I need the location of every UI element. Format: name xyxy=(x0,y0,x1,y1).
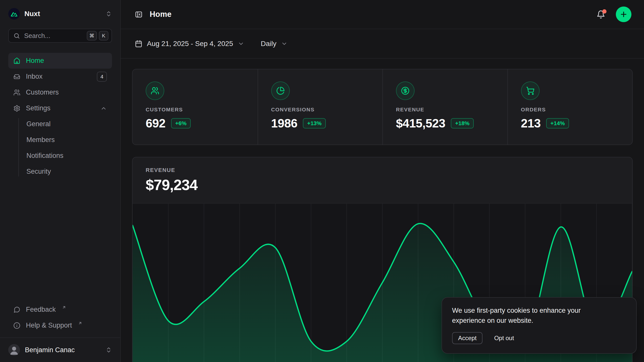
granularity-label: Daily xyxy=(261,40,276,48)
sidebar-item-help-support[interactable]: Help & Support xyxy=(8,318,112,333)
sidebar-item-inbox[interactable]: Inbox 4 xyxy=(8,69,112,84)
speech-bubble-icon xyxy=(13,306,20,313)
sidebar-item-customers[interactable]: Customers xyxy=(8,84,112,100)
user-menu[interactable]: Benjamin Canac xyxy=(0,337,120,362)
chevron-down-icon xyxy=(238,40,244,47)
sidebar-item-notifications[interactable]: Notifications xyxy=(8,148,112,164)
cookie-message: We use first-party cookies to enhance yo… xyxy=(452,306,616,326)
settings-subnav: General Members Notifications Security xyxy=(8,116,112,179)
sidebar-item-security[interactable]: Security xyxy=(8,164,112,179)
sidebar-item-feedback[interactable]: Feedback xyxy=(8,302,112,318)
stat-label: ORDERS xyxy=(521,107,546,113)
chevrons-up-down-icon xyxy=(105,11,112,17)
notifications-button[interactable] xyxy=(596,10,605,19)
external-link-icon xyxy=(62,305,66,309)
stat-delta-badge: +6% xyxy=(171,118,191,128)
users-icon xyxy=(146,81,164,100)
stat-value: $415,523 xyxy=(396,116,445,130)
sidebar-item-label: Home xyxy=(26,57,44,65)
home-icon xyxy=(13,57,20,64)
circle-dollar-icon xyxy=(396,81,415,100)
date-range-label: Aug 21, 2025 - Sep 4, 2025 xyxy=(147,40,233,48)
gear-icon xyxy=(13,105,20,112)
plus-icon xyxy=(620,10,628,18)
topbar: Home xyxy=(121,0,644,29)
search-icon xyxy=(13,32,20,39)
sidebar-nav: Home Inbox 4 Customers Settings xyxy=(8,53,112,179)
kbd-cmd: ⌘ xyxy=(87,31,97,40)
sidebar-item-label: Help & Support xyxy=(26,322,72,329)
stat-orders[interactable]: ORDERS 213 +14% xyxy=(507,69,632,145)
sidebar-footer: Feedback Help & Support xyxy=(8,302,112,333)
stat-conversions[interactable]: CONVERSIONS 1986 +13% xyxy=(258,69,383,145)
optout-cookies-button[interactable]: Opt out xyxy=(494,335,514,342)
sidebar-item-home[interactable]: Home xyxy=(8,53,112,69)
add-button[interactable] xyxy=(616,7,631,22)
pie-chart-icon xyxy=(271,81,290,100)
search-input[interactable]: Search... ⌘ K xyxy=(8,29,112,43)
cookie-banner: We use first-party cookies to enhance yo… xyxy=(441,297,637,354)
revenue-chart-value: $79,234 xyxy=(146,176,619,194)
sidebar-item-label: Settings xyxy=(26,104,51,112)
sub-item-label: Security xyxy=(26,168,51,175)
sidebar-item-label: Inbox xyxy=(26,73,43,80)
revenue-header: REVENUE $79,234 xyxy=(133,157,632,203)
external-link-icon xyxy=(78,321,82,325)
workspace-name: Nuxt xyxy=(24,10,40,18)
sidebar-item-label: Feedback xyxy=(26,306,56,313)
inbox-unread-badge: 4 xyxy=(97,72,107,82)
sub-item-label: Notifications xyxy=(26,152,63,160)
notification-dot xyxy=(602,9,607,14)
stat-value: 1986 xyxy=(271,116,298,130)
search-shortcut: ⌘ K xyxy=(87,31,108,40)
chevron-up-icon xyxy=(100,105,107,112)
stats-card: CUSTOMERS 692 +6% CONVERSIONS 1986 +13% xyxy=(132,69,633,145)
kbd-k: K xyxy=(99,31,108,40)
search-placeholder: Search... xyxy=(24,32,50,40)
sub-item-label: Members xyxy=(26,136,55,144)
stat-delta-badge: +13% xyxy=(303,118,326,128)
granularity-select[interactable]: Daily xyxy=(261,40,288,48)
date-range-picker[interactable]: Aug 21, 2025 - Sep 4, 2025 xyxy=(135,40,244,48)
stat-label: CUSTOMERS xyxy=(146,107,183,113)
info-circle-icon xyxy=(13,322,20,329)
sidebar-item-label: Customers xyxy=(26,88,59,96)
shopping-cart-icon xyxy=(521,81,540,100)
cookie-actions: Accept Opt out xyxy=(452,332,626,344)
avatar xyxy=(8,344,20,356)
stat-value: 213 xyxy=(521,116,541,130)
sidebar-item-general[interactable]: General xyxy=(8,116,112,132)
stat-label: REVENUE xyxy=(396,107,424,113)
user-name: Benjamin Canac xyxy=(25,346,75,354)
sidebar-item-members[interactable]: Members xyxy=(8,132,112,148)
stat-delta-badge: +14% xyxy=(546,118,569,128)
sub-item-label: General xyxy=(26,120,51,128)
page-title: Home xyxy=(150,10,172,19)
calendar-icon xyxy=(135,40,142,48)
stat-label: CONVERSIONS xyxy=(271,107,315,113)
chevrons-up-down-icon xyxy=(105,347,112,353)
stat-value: 692 xyxy=(146,116,166,130)
chevron-down-icon xyxy=(281,40,288,47)
users-icon xyxy=(13,89,20,96)
stat-customers[interactable]: CUSTOMERS 692 +6% xyxy=(133,69,258,145)
sidebar: Nuxt Search... ⌘ K Home xyxy=(0,0,121,362)
accept-cookies-button[interactable]: Accept xyxy=(452,332,482,344)
topbar-actions xyxy=(596,7,631,22)
revenue-chart-label: REVENUE xyxy=(146,167,619,173)
collapse-sidebar-button[interactable] xyxy=(135,11,143,18)
panel-left-close-icon xyxy=(135,11,143,18)
inbox-icon xyxy=(13,73,20,80)
nuxt-logo xyxy=(8,8,20,20)
stat-revenue[interactable]: REVENUE $415,523 +18% xyxy=(382,69,507,145)
filterbar: Aug 21, 2025 - Sep 4, 2025 Daily xyxy=(121,29,644,59)
workspace-switcher[interactable]: Nuxt xyxy=(8,7,112,21)
stat-delta-badge: +18% xyxy=(451,118,474,128)
sidebar-item-settings[interactable]: Settings xyxy=(8,100,112,116)
